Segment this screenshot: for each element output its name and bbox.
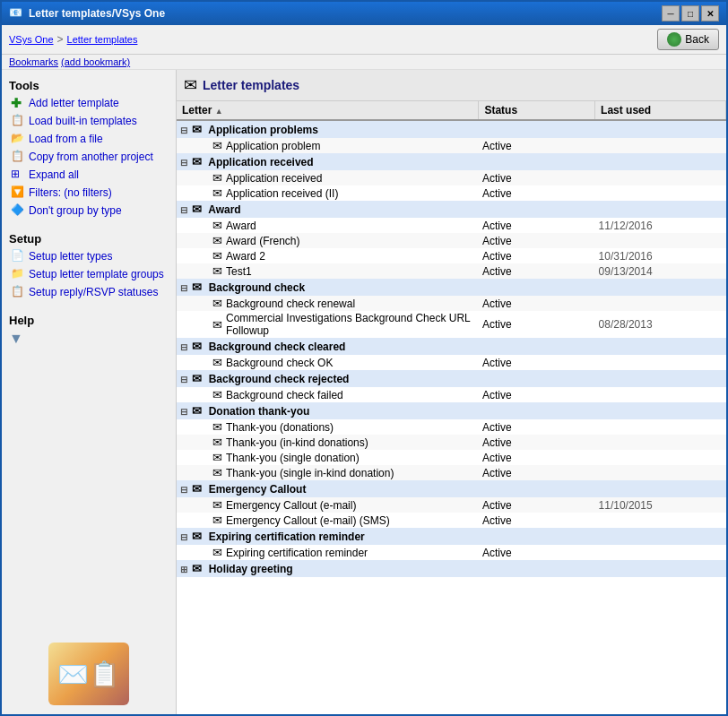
group-toggle[interactable]: ⊟ [180, 375, 187, 384]
setup-rsvp-icon: 📋 [11, 285, 25, 299]
content-area: Tools ✚ Add letter template 📋 Load built… [2, 70, 726, 714]
item-icon: ✉ [212, 356, 222, 369]
sidebar-item-filters[interactable]: 🔽 Filters: (no filters) [2, 184, 176, 202]
group-toggle[interactable]: ⊟ [180, 342, 187, 352]
table-row[interactable]: ✉ Award (French) Active [177, 233, 726, 248]
item-icon: ✉ [212, 388, 222, 401]
item-lastused: 09/13/2014 [595, 263, 726, 279]
item-icon: ✉ [212, 234, 222, 247]
sidebar-label-setup-rsvp: Setup reply/RSVP statuses [29, 286, 159, 298]
table-row[interactable]: ✉ Background check failed Active [177, 387, 726, 402]
group-icon: ✉ [192, 155, 202, 168]
item-status: Active [479, 248, 595, 263]
group-row[interactable]: ⊟ ✉ Expiring certification reminder [177, 528, 726, 545]
letter-templates-table[interactable]: Letter ▲ Status Last used [177, 101, 726, 714]
help-arrow-icon: ▼ [2, 329, 176, 349]
group-row[interactable]: ⊟ ✉ Background check rejected [177, 370, 726, 387]
col-header-lastused[interactable]: Last used [595, 101, 726, 120]
group-label: Background check [209, 281, 305, 294]
item-name: Expiring certification reminder [226, 547, 368, 559]
breadcrumb-current[interactable]: Letter templates [67, 34, 138, 45]
back-label: Back [685, 33, 709, 46]
sidebar-item-setup-template-groups[interactable]: 📁 Setup letter template groups [2, 265, 176, 283]
group-row[interactable]: ⊟ ✉ Emergency Callout [177, 480, 726, 497]
group-row[interactable]: ⊟ ✉ Application problems [177, 120, 726, 138]
sidebar-item-expand-all[interactable]: ⊞ Expand all [2, 166, 176, 184]
group-row[interactable]: ⊟ ✉ Application received [177, 153, 726, 170]
sidebar-label-copy: Copy from another project [29, 151, 153, 163]
maximize-button[interactable]: □ [681, 5, 699, 22]
group-label: Donation thank-you [209, 405, 310, 418]
expand-icon: ⊞ [11, 168, 25, 182]
group-toggle[interactable]: ⊟ [180, 125, 187, 135]
item-status: Active [479, 450, 595, 465]
table-row[interactable]: ✉ Award 2 Active 10/31/2016 [177, 248, 726, 263]
item-lastused [595, 296, 726, 311]
breadcrumb-root[interactable]: VSys One [9, 34, 54, 45]
group-icon: ✉ [192, 530, 202, 543]
setup-section-title: Setup [2, 227, 176, 247]
item-name: Application received [226, 172, 322, 185]
table-row[interactable]: ✉ Background check OK Active [177, 355, 726, 370]
table-row[interactable]: ✉ Emergency Callout (e-mail) Active 11/1… [177, 497, 726, 513]
table-row[interactable]: ✉ Background check renewal Active [177, 296, 726, 311]
item-lastused [595, 545, 726, 560]
group-toggle[interactable]: ⊟ [180, 407, 187, 417]
group-row[interactable]: ⊟ ✉ Background check cleared [177, 338, 726, 355]
item-status: Active [479, 296, 595, 311]
group-row[interactable]: ⊟ ✉ Award [177, 201, 726, 218]
title-bar: 📧 Letter templates/VSys One ─ □ ✕ [2, 2, 726, 25]
sidebar-item-load-from-file[interactable]: 📂 Load from a file [2, 130, 176, 148]
table-row[interactable]: ✉ Award Active 11/12/2016 [177, 218, 726, 233]
table-row[interactable]: ✉ Expiring certification reminder Active [177, 545, 726, 560]
table-row[interactable]: ✉ Thank-you (donations) Active [177, 419, 726, 435]
bookmarks-link[interactable]: Bookmarks [9, 56, 58, 67]
back-button[interactable]: Back [657, 29, 719, 50]
add-icon: ✚ [11, 96, 25, 110]
group-toggle[interactable]: ⊟ [180, 283, 187, 293]
table-row[interactable]: ✉ Commercial Investigations Background C… [177, 311, 726, 338]
col-header-letter[interactable]: Letter ▲ [177, 101, 479, 120]
item-name: Thank-you (single donation) [226, 452, 360, 464]
sidebar-label-load-builtin: Load built-in templates [29, 115, 137, 127]
item-status: Active [479, 355, 595, 370]
group-toggle[interactable]: ⊟ [180, 205, 187, 215]
group-row[interactable]: ⊞ ✉ Holiday greeting [177, 560, 726, 577]
sidebar-item-copy-from-project[interactable]: 📋 Copy from another project [2, 148, 176, 166]
item-status: Active [479, 263, 595, 279]
main-window: 📧 Letter templates/VSys One ─ □ ✕ VSys O… [0, 0, 728, 716]
page-header: ✉ Letter templates [177, 70, 726, 101]
col-header-status[interactable]: Status [479, 101, 595, 120]
minimize-button[interactable]: ─ [662, 5, 680, 22]
group-label: Award [208, 203, 240, 216]
group-toggle[interactable]: ⊞ [180, 565, 187, 574]
table-row[interactable]: ✉ Application received Active [177, 170, 726, 185]
group-icon: ✉ [192, 372, 202, 385]
sidebar-item-dont-group[interactable]: 🔷 Don't group by type [2, 202, 176, 220]
group-row[interactable]: ⊟ ✉ Donation thank-you [177, 402, 726, 419]
group-toggle[interactable]: ⊟ [180, 485, 187, 495]
sidebar-item-setup-reply-rsvp[interactable]: 📋 Setup reply/RSVP statuses [2, 283, 176, 301]
group-icon: ✉ [192, 562, 202, 575]
page-header-title: Letter templates [203, 78, 299, 92]
group-icon: ✉ [192, 123, 202, 136]
group-toggle[interactable]: ⊟ [180, 532, 187, 542]
item-lastused [595, 170, 726, 185]
table-row[interactable]: ✉ Emergency Callout (e-mail) (SMS) Activ… [177, 513, 726, 528]
add-bookmark-link[interactable]: (add bookmark) [61, 56, 130, 67]
table-row[interactable]: ✉ Thank-you (in-kind donations) Active [177, 435, 726, 450]
sidebar-item-load-built-in[interactable]: 📋 Load built-in templates [2, 112, 176, 130]
group-toggle[interactable]: ⊟ [180, 158, 187, 168]
sidebar-item-add-letter-template[interactable]: ✚ Add letter template [2, 94, 176, 112]
sidebar-item-setup-letter-types[interactable]: 📄 Setup letter types [2, 247, 176, 265]
table-row[interactable]: ✉ Test1 Active 09/13/2014 [177, 263, 726, 279]
table-row[interactable]: ✉ Application problem Active [177, 138, 726, 153]
group-row[interactable]: ⊟ ✉ Background check [177, 279, 726, 296]
table-row[interactable]: ✉ Application received (II) Active [177, 185, 726, 201]
help-section-title: Help [2, 308, 176, 329]
table-row[interactable]: ✉ Thank-you (single donation) Active [177, 450, 726, 465]
filter-icon: 🔽 [11, 185, 25, 200]
close-button[interactable]: ✕ [701, 5, 719, 22]
group-label: Emergency Callout [209, 483, 307, 496]
table-row[interactable]: ✉ Thank-you (single in-kind donation) Ac… [177, 465, 726, 480]
